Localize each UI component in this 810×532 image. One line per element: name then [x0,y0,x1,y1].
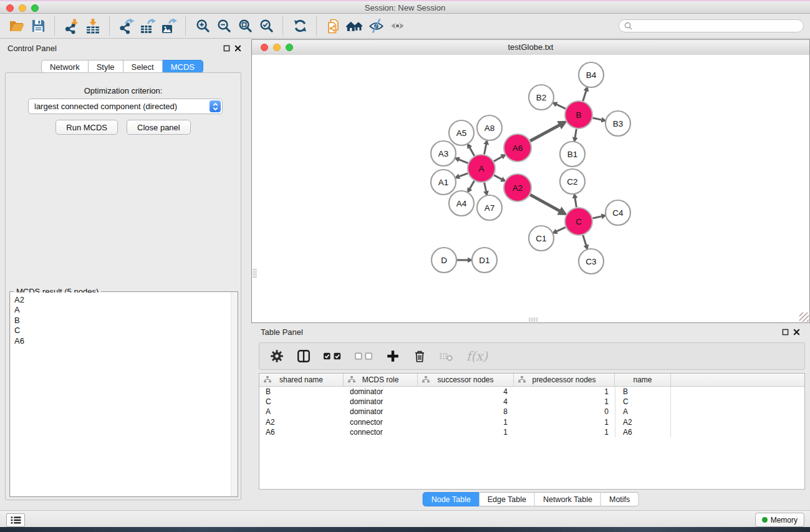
list-item[interactable]: A6 [14,336,237,346]
frame-bottom-resize-handle[interactable] [529,317,538,322]
tab-mcds[interactable]: MCDS [163,60,203,73]
graph-node-A1[interactable]: A1 [431,170,456,195]
graph-node-A[interactable]: A [468,155,495,182]
column-header-mcds-role[interactable]: MCDS role [344,374,418,386]
graph-edge-A-A4[interactable] [470,181,474,189]
split-pane-icon[interactable] [295,347,312,365]
table-row[interactable]: A2connector11A2 [259,417,804,427]
tab-edge-table[interactable]: Edge Table [480,492,535,506]
graph-node-C[interactable]: C [565,208,592,235]
show-hide-icon[interactable] [365,16,387,36]
close-panel-icon[interactable] [793,329,800,336]
graph-node-A2[interactable]: A2 [504,174,531,201]
close-panel-button[interactable]: Close panel [127,120,191,135]
zoom-in-icon[interactable] [192,16,213,36]
graph-node-C3[interactable]: C3 [579,249,604,274]
list-item[interactable]: A [14,305,237,315]
function-builder-icon[interactable]: f(x) [465,347,489,365]
graph-edge-A-A6[interactable] [494,157,502,161]
new-network-from-selection-icon[interactable] [323,16,344,36]
graph-node-A4[interactable]: A4 [449,191,474,216]
column-header-predecessor-nodes[interactable]: predecessor nodes [514,374,615,386]
network-frame-titlebar[interactable]: testGlobe.txt [252,40,809,56]
graph-edge-C-C1[interactable] [557,227,566,231]
graph-node-A3[interactable]: A3 [431,141,456,166]
tab-network[interactable]: Network [41,60,89,73]
graph-edge-A2-C[interactable] [530,195,559,211]
search-field[interactable] [619,19,804,32]
zoom-fit-icon[interactable] [234,16,256,36]
graph-node-A6[interactable]: A6 [504,134,531,162]
tab-node-table[interactable]: Node Table [423,492,480,506]
graph-node-C2[interactable]: C2 [560,169,585,194]
graph-node-B[interactable]: B [565,101,592,128]
graph-node-B4[interactable]: B4 [579,62,604,87]
graph-edge-A-A2[interactable] [494,175,501,179]
frame-left-resize-handle[interactable] [253,269,257,278]
graph-edge-C-C4[interactable] [592,216,601,218]
column-header-successor-nodes[interactable]: successor nodes [418,374,514,386]
gear-icon[interactable] [268,347,286,365]
memory-button[interactable]: Memory [755,513,804,527]
graph-node-B1[interactable]: B1 [560,142,585,167]
first-neighbors-icon[interactable] [344,16,365,36]
graph-node-A8[interactable]: A8 [477,115,502,140]
add-column-icon[interactable] [384,347,402,365]
frame-resize-grip[interactable] [799,312,809,322]
export-table-icon[interactable] [137,16,158,36]
float-panel-icon[interactable] [223,45,230,52]
table-row[interactable]: Bdominator41B [259,387,804,397]
export-network-icon[interactable] [116,16,137,36]
import-network-icon[interactable] [61,16,82,36]
close-panel-icon[interactable] [234,45,241,52]
graph-edge-B-B3[interactable] [592,118,601,120]
graph-edge-B-B1[interactable] [575,129,576,138]
select-all-checkboxes-icon[interactable] [322,347,344,365]
graph-edge-A-A8[interactable] [485,144,486,154]
list-item[interactable]: A2 [14,295,237,305]
float-panel-icon[interactable] [782,329,789,336]
export-image-icon[interactable] [158,16,180,36]
graph-node-B3[interactable]: B3 [605,111,630,136]
network-canvas[interactable]: B4B2BB3A5A8A6B1A3AA1C2A2A4A7C4CC1C3DD1 [252,55,809,322]
import-table-icon[interactable] [82,16,104,36]
tab-select[interactable]: Select [123,60,163,73]
save-session-icon[interactable] [27,16,49,36]
graph-node-D[interactable]: D [432,248,456,273]
open-file-icon[interactable] [6,16,27,36]
mcds-result-list[interactable]: A2ABCA6 [11,293,237,496]
delete-icon[interactable] [411,347,428,365]
table-row[interactable]: Adominator80A [259,407,804,417]
run-mcds-button[interactable]: Run MCDS [55,120,118,135]
graph-edge-B-B4[interactable] [583,91,586,101]
column-header-shared-name[interactable]: shared name [259,374,344,386]
eye-icon[interactable] [387,16,408,36]
zoom-selected-icon[interactable] [256,16,277,36]
result-list-scrollbar[interactable] [231,293,237,496]
graph-edge-A-A3[interactable] [459,160,468,163]
zoom-out-icon[interactable] [213,16,234,36]
graph-node-A7[interactable]: A7 [477,195,502,220]
graph-node-B2[interactable]: B2 [529,85,554,110]
task-history-button[interactable] [6,513,25,527]
table-row[interactable]: A6connector11A6 [259,427,804,437]
criterion-select[interactable]: largest connected component (directed) [28,99,223,114]
tab-motifs[interactable]: Motifs [601,492,639,506]
clear-checkboxes-icon[interactable] [354,347,375,365]
graph-edge-A-A5[interactable] [470,148,475,156]
graph-edge-B-B2[interactable] [556,104,566,109]
graph-node-D1[interactable]: D1 [472,248,497,273]
table-row[interactable]: Cdominator41C [259,397,804,407]
tab-network-table[interactable]: Network Table [535,492,601,506]
graph-edge-A-A7[interactable] [485,183,486,191]
graph-node-C1[interactable]: C1 [529,226,554,251]
tab-style[interactable]: Style [89,60,123,73]
column-header-name[interactable]: name [615,374,671,386]
search-input[interactable] [635,21,799,31]
refresh-icon[interactable] [289,16,311,36]
graph-edge-A6-B[interactable] [530,125,559,141]
delete-table-icon[interactable] [438,347,455,365]
graph-edge-C-C2[interactable] [575,198,576,208]
graph-node-C4[interactable]: C4 [605,200,630,225]
graph-edge-A-A1[interactable] [459,173,468,177]
